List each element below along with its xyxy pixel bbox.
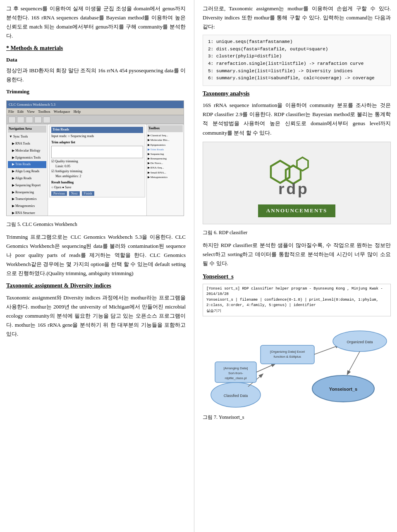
clc-titlebar: CLC Genomics Workbench 5.3 [7, 101, 184, 108]
yonseisort-code: [Yonsei sort_s] RDP classifier helper pr… [203, 284, 391, 317]
flow-diagram: Classfied Data [Arranging Data] Sort-fro… [203, 321, 391, 411]
trimming-content: Trimming 프로그램으로는 CLC Genomics Workbench … [6, 233, 186, 278]
svg-text:[Organizing Data] Excel: [Organizing Data] Excel [270, 350, 305, 354]
svg-text:Sort-from-: Sort-from- [228, 371, 243, 375]
code-line-5: 5: summary.single(list=listfile) -> Dive… [208, 68, 385, 75]
right-column: 그러므로, Taxonomic assignmen는 mothur를 이용하여 … [194, 0, 397, 532]
methods-title: * Methods & materials [6, 44, 186, 53]
rdp-logo-container: rdp ANNOUNCEMENTS [203, 142, 391, 224]
clc-menubar: FileEditViewToolboxWorkspaceHelp [7, 108, 184, 115]
svg-text:Classfied Data: Classfied Data [224, 394, 248, 398]
trimming-title: Trimming [6, 88, 186, 96]
data-title: Data [6, 56, 186, 64]
left-column: 그 후 sequences를 이용하여 실제 미생물 군집 조성을 domain… [0, 0, 194, 532]
svg-line-11 [256, 364, 275, 372]
code-line-6: 6: summary.single(list=sabundfile, calc=… [208, 75, 385, 82]
svg-line-18 [347, 352, 360, 374]
fig5-caption: 그림 5. CLC Genomics Workbench [6, 220, 186, 228]
svg-text:Yonseisort_s: Yonseisort_s [329, 387, 357, 392]
yonseisort-code-line3: 실습기기 [206, 309, 387, 314]
code-line-4: 4: rarefaction.single(list=listfile) -> … [208, 60, 385, 68]
code-line-1: 1: unique.seqs(fasta=fastaname) [208, 38, 385, 46]
yonseisort-title: Yonseisort_s [203, 272, 391, 281]
right-intro: 그러므로, Taxonomic assignmen는 mothur를 이용하여 … [203, 4, 391, 31]
yonseisort-section: Yonseisort_s [Yonsei sort_s] RDP classif… [203, 272, 391, 421]
rdp-content: 하지만 RDP classifier로 분석한 샘플이 많아질수록, 수 작업으… [203, 241, 391, 268]
yonseisort-code-line1: [Yonsei sort_s] RDP classifier helper pr… [206, 286, 387, 297]
intro-text: 그 후 sequences를 이용하여 실제 미생물 군집 조성을 domain… [6, 4, 186, 40]
taxonomy-content: 16S rRNA sequence information을 이용하여 comm… [203, 101, 391, 137]
code-line-3: 3: cluster(phylip=distfile) [208, 53, 385, 60]
svg-marker-2 [297, 157, 308, 171]
clc-toolbar [7, 115, 184, 124]
clc-sidebar: Navigation Area ▼ Sync Tools ▶ RNA Tools… [7, 124, 48, 216]
taxo-assign-title: Taxonomic assignment & Diversity indices [6, 281, 186, 290]
code-line-2: 2: dist.seqs(fasta=fastafile, output=squ… [208, 46, 385, 53]
taxonomy-title: Taxonomy analysis [203, 89, 391, 98]
svg-text:[Arranging Data]: [Arranging Data] [224, 366, 248, 370]
clc-right-panel: Toolbox ▶ Classical Seq... ▶ Molecular B… [146, 124, 184, 216]
svg-text:function & Editplus: function & Editplus [274, 355, 301, 359]
svg-text:Organized Data: Organized Data [347, 340, 373, 344]
clc-main-content: Trim Reads Input reads: ○ Sequencing rea… [48, 124, 146, 216]
fig7-caption: 그림 7. Yonseisort_s [203, 413, 391, 421]
fig6-caption: 그림 6. RDP classifier [203, 228, 391, 237]
rdp-logo-svg: rdp [260, 149, 334, 202]
rdp-announcements-banner: ANNOUNCEMENTS [258, 204, 335, 217]
data-content: 정상인과 IBD환자의 회장 말단 조직의 16s rrNA 454 pysos… [6, 66, 186, 84]
flow-diagram-svg: Classfied Data [Arranging Data] Sort-fro… [203, 321, 393, 411]
taxo-assign-content: Taxonomic assignment와 Diversity indices … [6, 293, 186, 339]
svg-text:rdp: rdp [278, 180, 309, 197]
svg-line-15 [314, 345, 339, 354]
clc-screenshot: CLC Genomics Workbench 5.3 FileEditViewT… [6, 100, 184, 216]
yonseisort-code-line2: Yonseisort_s | filename | confidence(0-1… [206, 297, 387, 309]
svg-text:rdpfile_class.pl: rdpfile_class.pl [225, 376, 247, 380]
command-code-block: 1: unique.seqs(fasta=fastaname) 2: dist.… [203, 35, 391, 86]
